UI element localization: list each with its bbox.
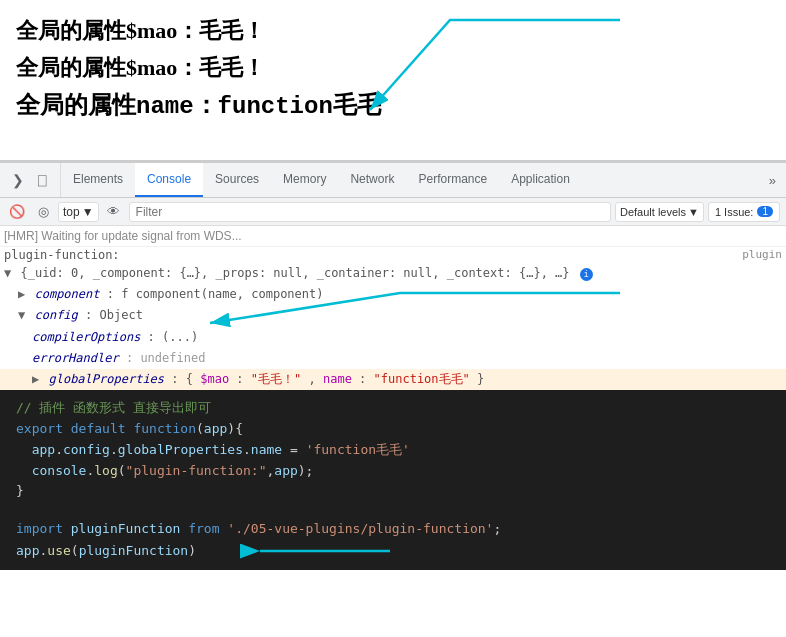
tab-network[interactable]: Network [338,163,406,197]
devtools-icon-group: ❯ ⎕ [0,163,61,197]
code-line-assign: app . config . globalProperties . name =… [16,440,770,461]
tree-compiler-options[interactable]: compilerOptions : (...) [0,327,786,348]
tree-root[interactable]: ▼ {_uid: 0, _component: {…}, _props: nul… [0,263,786,284]
eye-icon-button[interactable]: 👁 [103,201,125,223]
console-output: [HMR] Waiting for update signal from WDS… [0,226,786,390]
top-content-area: 全局的属性$mao：毛毛！ 全局的属性$mao：毛毛！ 全局的属性name：fu… [0,0,786,160]
issues-button[interactable]: 1 Issue: 1 [708,202,780,222]
tab-performance[interactable]: Performance [406,163,499,197]
console-toolbar: 🚫 ◎ top ▼ 👁 Default levels ▼ 1 Issue: 1 [0,198,786,226]
chinese-line-1: 全局的属性$mao：毛毛！ [16,12,770,49]
chinese-line-3: 全局的属性name：function毛毛 [16,87,770,128]
tree-config[interactable]: ▼ config : Object [0,305,786,326]
bottom-code-section: import pluginFunction from './05-vue-plu… [0,510,786,570]
inspect-icon[interactable]: ❯ [6,168,30,192]
code-line-log: console . log ( "plugin-function:" , app… [16,461,770,482]
bottom-use-line: app . use ( pluginFunction ) [16,540,770,562]
execution-context-select[interactable]: top ▼ [58,202,99,222]
clear-console-button[interactable]: 🚫 [6,201,28,223]
devtools-tab-bar: ❯ ⎕ Elements Console Sources Memory Netw… [0,162,786,198]
devtools-panel: ❯ ⎕ Elements Console Sources Memory Netw… [0,160,786,570]
tab-console[interactable]: Console [135,163,203,197]
issue-count-badge: 1 [757,206,773,217]
tab-application[interactable]: Application [499,163,582,197]
log-levels-select[interactable]: Default levels ▼ [615,202,704,222]
tree-component[interactable]: ▶ component : f component(name, componen… [0,284,786,305]
plugin-function-header: plugin-function: plugin [0,247,786,263]
chinese-line-2: 全局的属性$mao：毛毛！ [16,49,770,86]
hmr-log-line: [HMR] Waiting for update signal from WDS… [0,226,786,247]
code-line-close: } [16,481,770,502]
tree-global-properties[interactable]: ▶ globalProperties : { $mao : "毛毛！" , na… [0,369,786,390]
tab-sources[interactable]: Sources [203,163,271,197]
info-icon[interactable]: i [580,268,593,281]
device-icon[interactable]: ⎕ [30,168,54,192]
code-line-export: export default function ( app ){ [16,419,770,440]
filter-toggle-button[interactable]: ◎ [32,201,54,223]
code-editor-section: // 插件 函数形式 直接导出即可 export default functio… [0,390,786,510]
tab-elements[interactable]: Elements [61,163,135,197]
filter-input[interactable] [129,202,611,222]
tab-memory[interactable]: Memory [271,163,338,197]
more-tabs-button[interactable]: » [759,163,786,197]
code-line-comment: // 插件 函数形式 直接导出即可 [16,398,770,419]
tree-error-handler[interactable]: errorHandler : undefined [0,348,786,369]
bottom-import-line: import pluginFunction from './05-vue-plu… [16,518,770,540]
plugin-link: plugin [742,248,782,262]
